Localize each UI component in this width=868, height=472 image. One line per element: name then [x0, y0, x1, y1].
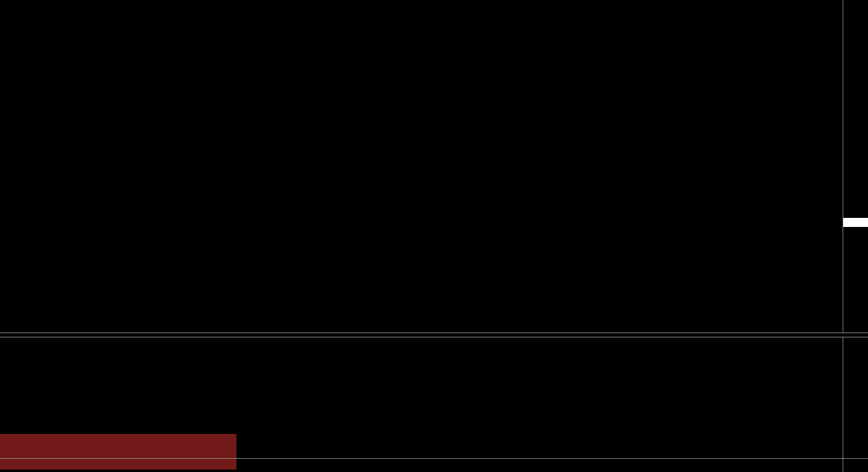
macd-label [10, 338, 18, 345]
main-price-chart[interactable] [0, 0, 843, 333]
symbol-ohlc-bar [3, 2, 6, 9]
time-axis[interactable] [0, 458, 868, 472]
current-price-badge [843, 218, 868, 227]
macd-indicator-pane[interactable] [0, 336, 843, 458]
pane-separator[interactable] [0, 333, 868, 337]
price-axis[interactable] [843, 0, 868, 472]
mt4-chart-window [0, 0, 868, 472]
